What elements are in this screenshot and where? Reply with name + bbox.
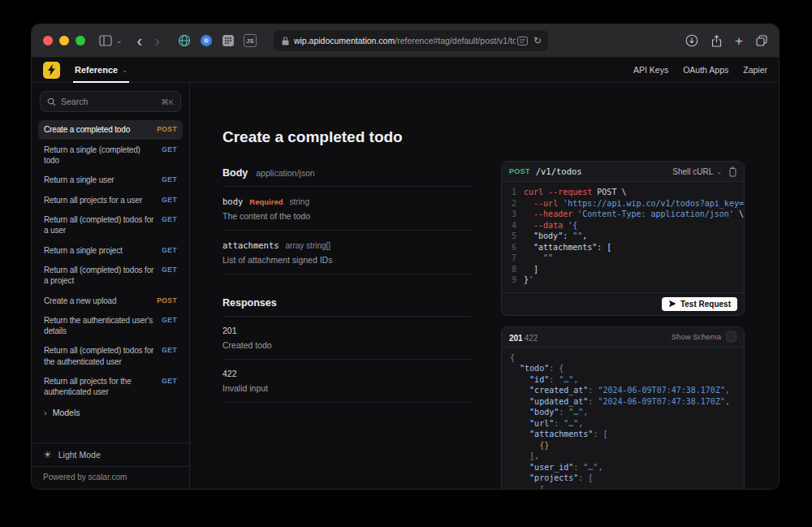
- sidebar-item-label: Return all (completed) todos for a proje…: [44, 265, 162, 286]
- tab-overview-icon[interactable]: [756, 35, 767, 46]
- code-line: 8 ]: [507, 264, 737, 275]
- code-text: "": [524, 253, 553, 264]
- curl-code-block[interactable]: 1curl --request POST \2 --url 'https://a…: [502, 182, 744, 292]
- response-tab-201[interactable]: 201: [509, 334, 523, 343]
- header-link[interactable]: Zapier: [743, 65, 767, 75]
- sidebar-item[interactable]: Return the authenticated user's detailsG…: [38, 311, 183, 340]
- powered-by-link[interactable]: Powered by scalar.com: [32, 467, 189, 489]
- response-json-block[interactable]: { "todo": { "id": "…", "created_at": "20…: [502, 348, 744, 490]
- json-text: "attachments": [: [510, 429, 607, 440]
- code-text: --url 'https://api.wip.co/v1/todos?api_k…: [524, 198, 744, 210]
- forward-button[interactable]: ›: [152, 32, 162, 49]
- sidebar-item[interactable]: Return a single projectGET: [38, 241, 183, 261]
- json-text: {}: [510, 440, 549, 451]
- app-header: Reference ⌄ API KeysOAuth AppsZapier: [32, 58, 779, 83]
- traffic-lights: [43, 36, 85, 45]
- json-line: "todo": {: [510, 363, 736, 374]
- field-head: bodyRequiredstring: [222, 197, 472, 206]
- body-section-heading: Body application/json: [222, 167, 472, 187]
- copy-icon[interactable]: [728, 166, 736, 177]
- json-line: "updated_at": "2024-06-09T07:47:38.170Z"…: [510, 396, 736, 408]
- header-link[interactable]: API Keys: [633, 65, 668, 75]
- refresh-icon[interactable]: ↻: [533, 35, 542, 46]
- grid-extension-icon[interactable]: [222, 34, 235, 47]
- sidebar-item[interactable]: Return a single (completed) todoGET: [38, 140, 183, 170]
- field-description: List of attachment signed IDs: [222, 255, 472, 265]
- search-input[interactable]: Search ⌘K: [40, 91, 181, 112]
- sidebar-toggle-icon[interactable]: [99, 35, 112, 46]
- back-button[interactable]: ‹: [135, 32, 145, 49]
- code-text: ]: [524, 264, 538, 275]
- json-text: "created_at": "2024-06-09T07:47:38.170Z"…: [510, 385, 730, 396]
- sidebar-footer: ☀ Light Mode Powered by scalar.com: [32, 443, 189, 489]
- sidebar-item-label: Create a new upload: [44, 296, 157, 306]
- line-number: 6: [507, 242, 516, 253]
- json-line: {: [510, 484, 736, 490]
- line-number: 3: [507, 209, 516, 220]
- test-request-button[interactable]: Test Request: [662, 297, 737, 311]
- chevron-down-icon[interactable]: ⌄: [116, 37, 123, 45]
- light-mode-toggle[interactable]: ☀ Light Mode: [32, 443, 189, 467]
- extension-icons: JS: [178, 34, 257, 47]
- sidebar-item-label: Return a single (completed) todo: [44, 145, 162, 166]
- globe-extension-icon[interactable]: [178, 34, 191, 47]
- code-line: 4 --data '{: [507, 220, 737, 231]
- sidebar-item[interactable]: Create a new uploadPOST: [38, 292, 183, 311]
- response-item[interactable]: 201Created todo: [222, 317, 472, 360]
- sidebar-item[interactable]: Return a single userGET: [38, 171, 183, 190]
- show-schema-control[interactable]: Show Schema: [672, 331, 736, 342]
- sidebar-item-label: Return a single user: [44, 175, 162, 185]
- header-link[interactable]: OAuth Apps: [683, 65, 728, 75]
- code-line: 1curl --request POST \: [507, 187, 737, 198]
- line-number: 7: [507, 253, 516, 264]
- close-window-button[interactable]: [43, 36, 53, 45]
- app-logo[interactable]: [43, 62, 60, 79]
- new-tab-icon[interactable]: +: [735, 34, 743, 48]
- json-text: "projects": [: [510, 473, 593, 484]
- method-badge: POST: [157, 124, 177, 136]
- json-text: "url": "…",: [510, 418, 583, 430]
- minimize-window-button[interactable]: [59, 36, 69, 45]
- code-text: "attachments": [: [524, 242, 611, 253]
- address-bar[interactable]: wip.apidocumentation.com/reference#tag/d…: [274, 30, 548, 51]
- sidebar-item[interactable]: Create a completed todoPOST: [38, 120, 183, 140]
- zoom-window-button[interactable]: [76, 36, 85, 45]
- page-badge-icon[interactable]: [517, 37, 528, 45]
- json-line: "user_id": "…",: [510, 462, 736, 473]
- code-line: 2 --url 'https://api.wip.co/v1/todos?api…: [507, 198, 737, 210]
- language-selector[interactable]: Shell cURL ⌄: [672, 167, 722, 176]
- response-item[interactable]: 422Invalid input: [222, 360, 472, 403]
- blue-circle-extension-icon[interactable]: [200, 34, 213, 47]
- sidebar-item-label: Return all (completed) todos for the aut…: [44, 345, 162, 366]
- sidebar-item[interactable]: Return all projects for a userGET: [38, 191, 183, 210]
- toolbar-right-icons: +: [685, 34, 767, 48]
- js-extension-icon[interactable]: JS: [244, 34, 257, 47]
- sidebar-item[interactable]: Return all (completed) todos for the aut…: [38, 341, 183, 370]
- body-field: attachmentsarray string[]List of attachm…: [222, 231, 472, 274]
- tab-reference[interactable]: Reference ⌄: [73, 58, 129, 82]
- content-column: Create a completed todo Body application…: [222, 83, 472, 489]
- response-tab-422[interactable]: 422: [525, 334, 538, 343]
- sidebar-item-label: Return a single project: [44, 245, 162, 256]
- request-card-header: POST /v1/todos Shell cURL ⌄: [502, 162, 744, 182]
- sidebar-item[interactable]: Return all projects for the authenticate…: [38, 372, 183, 401]
- sidebar-item-label: Return all (completed) todos for a user: [44, 214, 162, 235]
- code-panel: POST /v1/todos Shell cURL ⌄ 1curl --requ…: [501, 83, 745, 489]
- sidebar-item-models[interactable]: › Models: [32, 401, 189, 424]
- sidebar-item-label: Return all projects for the authenticate…: [44, 376, 162, 397]
- sidebar-item[interactable]: Return all (completed) todos for a userG…: [38, 210, 183, 240]
- chevron-down-icon: ⌄: [716, 168, 722, 175]
- downloads-icon[interactable]: [685, 34, 698, 47]
- search-shortcut: ⌘K: [161, 97, 174, 106]
- json-text: "updated_at": "2024-06-09T07:47:38.170Z"…: [510, 396, 730, 408]
- response-example-card: 201422 Show Schema { "todo": { "id": "…"…: [501, 326, 745, 490]
- share-icon[interactable]: [711, 35, 722, 47]
- method-badge: GET: [162, 265, 177, 276]
- sidebar: Search ⌘K Create a completed todoPOSTRet…: [32, 83, 190, 489]
- method-badge: GET: [162, 214, 177, 226]
- request-path-label: /v1/todos: [536, 166, 582, 176]
- json-line: "body": "…",: [510, 407, 736, 418]
- json-text: {: [510, 352, 515, 364]
- sidebar-item[interactable]: Return all (completed) todos for a proje…: [38, 261, 183, 290]
- show-schema-checkbox[interactable]: [726, 331, 736, 342]
